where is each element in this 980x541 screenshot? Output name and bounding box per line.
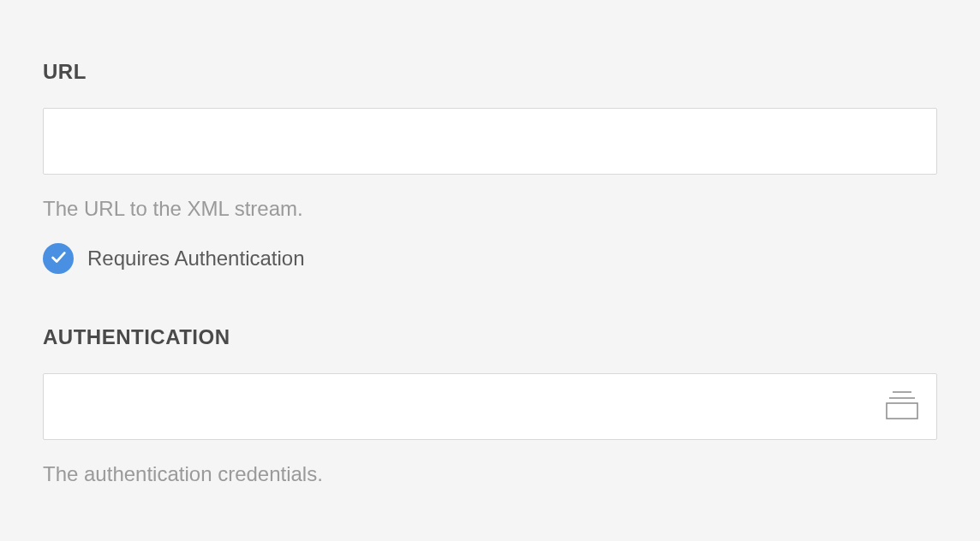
authentication-select-wrapper <box>43 373 937 440</box>
url-input[interactable] <box>43 108 937 175</box>
authentication-select[interactable] <box>43 373 937 440</box>
checkmark-icon <box>49 247 68 270</box>
requires-auth-label: Requires Authentication <box>87 247 305 270</box>
url-help-text: The URL to the XML stream. <box>43 197 937 221</box>
authentication-section: AUTHENTICATION The authentication creden… <box>43 325 937 486</box>
requires-auth-checkbox[interactable] <box>43 243 74 274</box>
authentication-label: AUTHENTICATION <box>43 325 937 349</box>
authentication-help-text: The authentication credentials. <box>43 462 937 486</box>
url-section: URL The URL to the XML stream. Requires … <box>43 60 937 274</box>
requires-auth-row: Requires Authentication <box>43 243 937 274</box>
url-label: URL <box>43 60 937 84</box>
